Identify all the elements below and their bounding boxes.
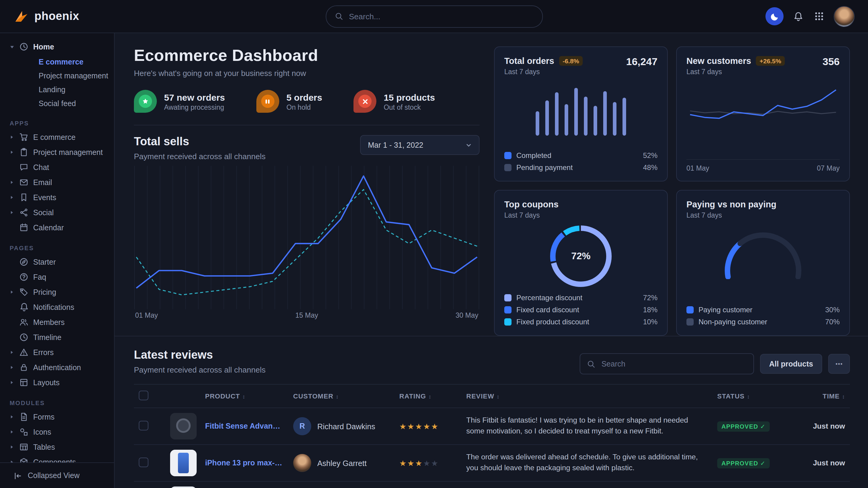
all-products-button[interactable]: All products (760, 354, 822, 374)
dashboard-left-column: Ecommerce Dashboard Here's what's going … (134, 46, 479, 336)
sidebar-item-members[interactable]: Members (8, 315, 109, 330)
time-value: Just now (793, 422, 845, 430)
sort-icon[interactable] (840, 392, 845, 400)
sidebar-subitem-project-management[interactable]: Project management (8, 69, 109, 83)
reviews-subtitle: Payment received across all channels (134, 365, 266, 375)
legend-item: Non-paying customer 70% (686, 318, 840, 326)
row-checkbox[interactable] (139, 421, 148, 430)
table-row[interactable]: iPhone 13 pro max-Pacific Blue-128GB sto… (134, 445, 850, 481)
sort-icon[interactable] (334, 392, 339, 400)
sidebar-item-faq[interactable]: Faq (8, 269, 109, 285)
section-divider (134, 125, 479, 125)
reviews-search-input[interactable] (600, 359, 747, 369)
caret-right-icon (8, 460, 15, 462)
row-checkbox[interactable] (139, 457, 148, 467)
table-row[interactable]: Fitbit Sense Advanced Smartwatch with To… (134, 408, 850, 445)
phoenix-logo-icon (13, 8, 30, 24)
sidebar-item-icons[interactable]: Icons (8, 424, 109, 440)
bell-icon (19, 302, 29, 312)
sidebar-section-label-apps: APPS (10, 120, 109, 127)
sidebar-item-forms[interactable]: Forms (8, 409, 109, 424)
notifications-button[interactable] (792, 10, 805, 23)
sidebar-item-layouts[interactable]: Layouts (8, 375, 109, 390)
caret-right-icon (8, 180, 15, 185)
mail-icon (19, 178, 29, 187)
sidebar-item-authentication[interactable]: Authentication (8, 360, 109, 375)
table-icon (19, 443, 29, 452)
sort-icon[interactable] (426, 392, 432, 400)
sidebar-item-email[interactable]: Email (8, 175, 109, 190)
sidebar-item-label: Pricing (33, 288, 56, 296)
caret-right-icon (8, 430, 15, 434)
apps-menu-button[interactable] (813, 10, 825, 22)
sidebar-nav: HomeE commerceProject managementLandingS… (0, 39, 114, 462)
product-thumbnail (170, 413, 197, 440)
legend-swatch (686, 306, 694, 314)
sidebar-subitem-e-commerce[interactable]: E commerce (8, 55, 109, 69)
more-options-button[interactable]: ⋯ (828, 354, 850, 374)
sidebar-item-pricing[interactable]: Pricing (8, 285, 109, 300)
product-link[interactable]: Fitbit Sense Advanced Smartwatch with To… (205, 422, 283, 430)
sidebar-item-timeline[interactable]: Timeline (8, 330, 109, 345)
collapsed-view-button[interactable]: Collapsed View (0, 462, 114, 488)
search-icon (335, 12, 343, 21)
product-thumbnail (170, 450, 197, 476)
total-orders-card: Total orders -6.8% Last 7 days 16,247 (494, 46, 668, 182)
sidebar-item-errors[interactable]: Errors (8, 345, 109, 360)
reviews-search[interactable] (580, 353, 754, 375)
select-all-checkbox[interactable] (139, 391, 148, 400)
dashboard-top: Ecommerce Dashboard Here's what's going … (115, 33, 868, 336)
sidebar-item-calendar[interactable]: Calendar (8, 220, 109, 235)
theme-toggle-button[interactable] (766, 7, 783, 25)
trend-badge: +26.5% (756, 56, 785, 66)
sort-icon[interactable] (494, 392, 500, 400)
donut-center-value: 72% (550, 225, 612, 288)
sidebar-item-notifications[interactable]: Notifications (8, 300, 109, 315)
total-sells-x-axis: 01 May 15 May 30 May (134, 312, 479, 319)
total-sells-subtitle: Payment received across all channels (134, 152, 266, 161)
legend-swatch (504, 294, 512, 301)
caret-right-icon (8, 135, 15, 139)
card-value: 16,247 (626, 56, 657, 68)
sort-icon[interactable] (240, 392, 246, 400)
global-search-input[interactable] (348, 11, 533, 22)
customer-avatar: R (293, 417, 311, 435)
sidebar-item-label: Email (33, 178, 52, 187)
legend-swatch (504, 306, 512, 314)
sidebar-item-home[interactable]: Home (8, 39, 109, 54)
legend-item: Fixed product discount 10% (504, 318, 657, 326)
bookmark-icon (19, 193, 29, 202)
stat-subtitle: Out of stock (384, 103, 435, 110)
sidebar-subitem-social-feed[interactable]: Social feed (8, 96, 109, 110)
paying-gauge-chart (718, 226, 808, 279)
total-sells-header: Total sells Payment received across all … (134, 135, 479, 161)
sidebar-item-events[interactable]: Events (8, 190, 109, 205)
table-row[interactable] (134, 481, 850, 488)
moon-icon (770, 12, 779, 21)
caret-right-icon (8, 445, 15, 449)
card-value: 356 (823, 56, 840, 68)
new-customers-x-axis: 01 May 07 May (686, 159, 840, 172)
total-orders-bar-chart (504, 79, 657, 136)
date-range-select[interactable]: Mar 1 - 31, 2022 (360, 135, 479, 155)
sidebar-item-components[interactable]: Components (8, 455, 109, 462)
collapsed-view-label: Collapsed View (28, 471, 80, 480)
sidebar-item-project-management[interactable]: Project management (8, 145, 109, 160)
sidebar-item-starter[interactable]: Starter (8, 254, 109, 269)
sidebar-subitem-landing[interactable]: Landing (8, 83, 109, 96)
sort-icon[interactable] (745, 392, 750, 400)
user-avatar[interactable] (834, 6, 855, 27)
sidebar-item-tables[interactable]: Tables (8, 440, 109, 455)
sidebar-item-chat[interactable]: Chat (8, 160, 109, 175)
share-icon (19, 208, 29, 217)
global-search[interactable] (326, 5, 542, 27)
brand-logo[interactable]: phoenix (13, 8, 79, 24)
product-link[interactable]: iPhone 13 pro max-Pacific Blue-128GB sto… (205, 459, 283, 467)
warning-icon (19, 348, 29, 357)
brand-name: phoenix (34, 10, 79, 23)
status-badge: APPROVED ✓ (717, 458, 770, 468)
sidebar-item-social[interactable]: Social (8, 205, 109, 220)
total-sells-chart (134, 166, 479, 309)
card-period: Last 7 days (504, 68, 583, 75)
sidebar-item-e-commerce[interactable]: E commerce (8, 130, 109, 145)
